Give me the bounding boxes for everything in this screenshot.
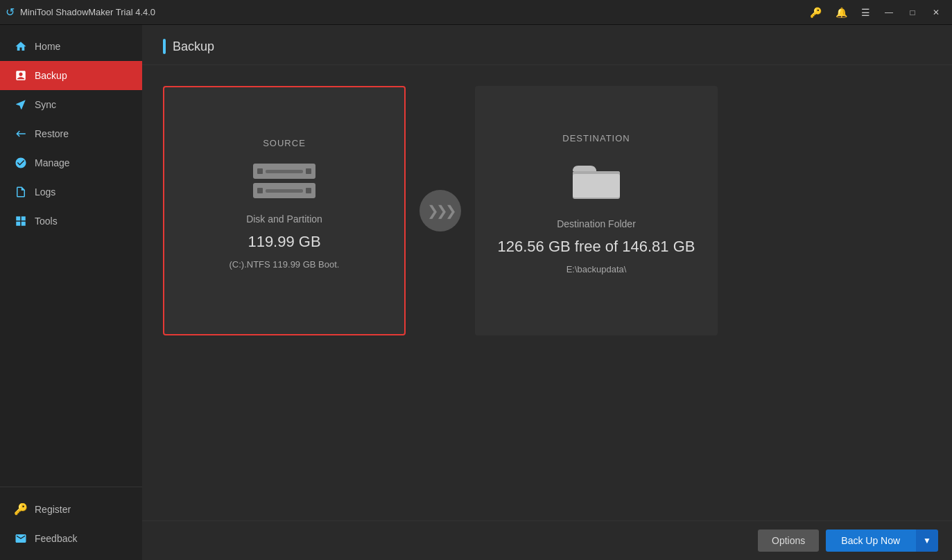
sidebar: Home Backup Sync Restore: [0, 25, 142, 560]
notification-icon[interactable]: 🔔: [830, 4, 853, 21]
source-size: 119.99 GB: [248, 233, 320, 251]
key-icon[interactable]: 🔑: [804, 4, 827, 21]
backup-content: SOURCE Disk and Partition: [142, 65, 952, 520]
main-layout: Home Backup Sync Restore: [0, 25, 952, 560]
sidebar-label-logs: Logs: [35, 186, 55, 198]
sidebar-item-sync[interactable]: Sync: [0, 90, 142, 119]
title-bar: ↺ MiniTool ShadowMaker Trial 4.4.0 🔑 🔔 ☰…: [0, 0, 952, 25]
feedback-icon: [14, 532, 28, 545]
footer: Options Back Up Now ▼: [142, 520, 952, 560]
options-button[interactable]: Options: [758, 530, 819, 552]
source-type: Disk and Partition: [246, 213, 322, 225]
sidebar-label-restore: Restore: [35, 128, 69, 139]
disk-line-2: [266, 189, 303, 193]
logs-icon: [14, 186, 28, 198]
disk-icon: [253, 164, 315, 198]
sidebar-label-backup: Backup: [35, 70, 67, 81]
close-button[interactable]: ✕: [926, 4, 946, 21]
disk-bar-1: [253, 164, 315, 179]
maximize-button[interactable]: □: [902, 4, 923, 21]
backup-now-button[interactable]: Back Up Now: [826, 530, 915, 552]
app-logo-icon: ↺: [6, 6, 15, 19]
sidebar-item-logs[interactable]: Logs: [0, 177, 142, 207]
sidebar-label-tools: Tools: [35, 216, 58, 227]
title-bar-left: ↺ MiniTool ShadowMaker Trial 4.4.0: [6, 6, 155, 19]
menu-icon[interactable]: ☰: [856, 4, 876, 21]
destination-path: E:\backupdata\: [566, 264, 627, 274]
source-card[interactable]: SOURCE Disk and Partition: [163, 86, 406, 335]
backup-now-group: Back Up Now ▼: [826, 530, 938, 552]
disk-dot-1: [257, 168, 263, 174]
sidebar-bottom: 🔑 Register Feedback: [0, 487, 142, 560]
content-area: Backup SOURCE: [142, 25, 952, 560]
restore-icon: [14, 128, 28, 140]
disk-dot-2: [306, 168, 311, 174]
sidebar-label-register: Register: [35, 504, 71, 515]
title-bar-controls: 🔑 🔔 ☰ — □ ✕: [804, 4, 946, 21]
sidebar-nav: Home Backup Sync Restore: [0, 25, 142, 487]
chevron-down-icon: ▼: [923, 536, 931, 545]
home-icon: [14, 40, 28, 53]
page-header: Backup: [142, 25, 952, 65]
disk-line-1: [266, 170, 303, 173]
sidebar-item-home[interactable]: Home: [0, 32, 142, 61]
folder-icon: [571, 159, 621, 203]
sidebar-item-backup[interactable]: Backup: [0, 61, 142, 90]
sidebar-item-manage[interactable]: Manage: [0, 148, 142, 177]
destination-type: Destination Folder: [557, 218, 636, 229]
sidebar-label-sync: Sync: [35, 99, 56, 110]
sync-icon: [14, 98, 28, 111]
tools-icon: [14, 215, 28, 227]
chevron-right-icon: ❯❯❯: [427, 202, 454, 219]
register-icon: 🔑: [14, 502, 28, 516]
dest-label: DESTINATION: [562, 133, 630, 143]
sidebar-item-restore[interactable]: Restore: [0, 119, 142, 148]
page-title: Backup: [173, 40, 214, 54]
disk-dot-3: [257, 188, 263, 193]
sidebar-label-home: Home: [35, 41, 60, 52]
svg-rect-2: [573, 174, 620, 198]
header-accent-bar: [163, 39, 166, 54]
backup-now-dropdown-button[interactable]: ▼: [915, 530, 938, 552]
source-detail: (C:).NTFS 119.99 GB Boot.: [230, 259, 340, 270]
app-title: MiniTool ShadowMaker Trial 4.4.0: [20, 7, 155, 17]
sidebar-label-feedback: Feedback: [35, 533, 77, 544]
sidebar-label-manage: Manage: [35, 157, 70, 168]
sidebar-item-feedback[interactable]: Feedback: [0, 524, 142, 553]
disk-dot-4: [306, 188, 311, 193]
arrow-icon: ❯❯❯: [419, 190, 461, 231]
manage-icon: [14, 157, 28, 169]
backup-icon: [14, 69, 28, 82]
destination-free-space: 126.56 GB free of 146.81 GB: [498, 238, 695, 256]
disk-bar-2: [253, 183, 315, 198]
sidebar-item-tools[interactable]: Tools: [0, 207, 142, 236]
sidebar-item-register[interactable]: 🔑 Register: [0, 494, 142, 524]
destination-card[interactable]: DESTINATION Destination Folder 126.56 GB…: [475, 86, 718, 335]
minimize-button[interactable]: —: [879, 4, 899, 21]
source-label: SOURCE: [263, 138, 306, 148]
source-dest-row: SOURCE Disk and Partition: [163, 86, 931, 335]
